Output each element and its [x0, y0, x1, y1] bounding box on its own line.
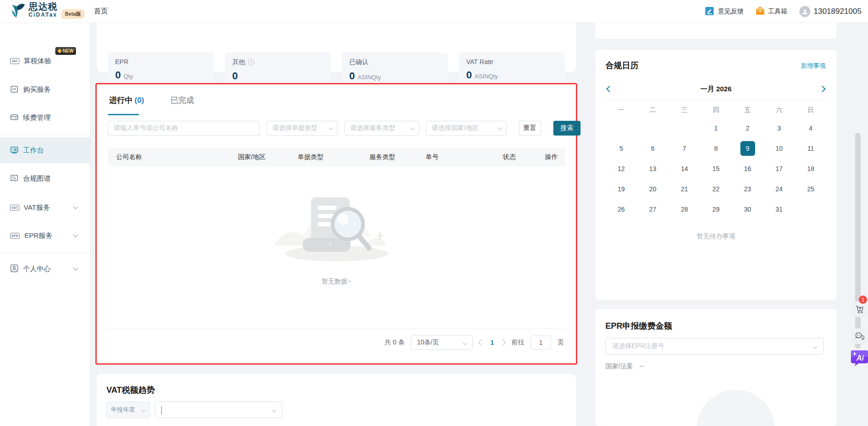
calendar-empty-cell	[637, 118, 669, 138]
page-size-select[interactable]: 10条/页	[411, 335, 473, 350]
calendar-empty-cell	[795, 199, 827, 219]
calendar-empty-cell	[669, 118, 700, 138]
logo-icon	[10, 2, 26, 22]
calendar-day[interactable]: 9	[732, 138, 763, 159]
calendar-day[interactable]: 22	[700, 179, 732, 199]
logo-cn: 思达税	[29, 2, 58, 11]
pagination: 共 0 条 10条/页 1 前往 1 页	[385, 335, 564, 350]
map-icon	[10, 174, 18, 183]
epr-registration-select[interactable]: 请选择EPR注册号	[605, 338, 824, 355]
feedback-button[interactable]: 意见反馈	[705, 6, 744, 17]
calendar-day[interactable]: 26	[605, 199, 637, 219]
calendar-day[interactable]: 11	[795, 138, 827, 159]
calendar-day[interactable]: 18	[795, 159, 827, 179]
prev-page-button[interactable]	[478, 339, 485, 346]
reset-button[interactable]: 重置	[519, 121, 541, 136]
sidebar-item-label: VAT服务	[24, 203, 50, 212]
calendar-day[interactable]: 13	[637, 159, 669, 179]
service-type-select[interactable]: 请选择服务类型	[344, 121, 419, 136]
chat-button[interactable]	[852, 328, 868, 344]
calendar-day[interactable]: 25	[795, 179, 827, 199]
calendar-day[interactable]: 17	[763, 159, 795, 179]
calendar-day[interactable]: 10	[763, 138, 795, 159]
sidebar-item-epr-services[interactable]: EPR EPR服务	[0, 226, 90, 245]
pagination-divider	[108, 329, 565, 329]
nav-home[interactable]: 首页	[94, 7, 108, 16]
col-country: 国家/地区	[230, 153, 290, 161]
calendar-day[interactable]: 3	[763, 118, 795, 138]
goto-page-input[interactable]: 1	[531, 336, 551, 349]
stat-value: 0	[115, 69, 121, 81]
search-button[interactable]: 搜索	[553, 121, 581, 136]
next-page-button[interactable]	[499, 339, 506, 346]
calendar-day[interactable]: 23	[732, 179, 763, 199]
calendar-day[interactable]: 29	[700, 199, 732, 219]
weekday-label: 三	[669, 104, 700, 116]
stat-unit: ASINQty	[358, 74, 381, 81]
app-logo[interactable]: 思达税 CiDATax Beta版	[10, 2, 85, 22]
feedback-icon	[705, 6, 715, 17]
calendar-day[interactable]: 27	[637, 199, 669, 219]
sidebar-item-compliance-map[interactable]: 合规图谱	[0, 169, 90, 188]
tab-in-progress[interactable]: 进行中(0)	[109, 95, 144, 106]
stat-unit: Qty	[123, 73, 133, 80]
calendar-weekdays: 一二三四五六日	[605, 104, 827, 116]
toolbox-button[interactable]: 工具箱	[756, 7, 787, 17]
worklist-panel: 进行中(0) 已完成 请输入单号或公司名称 请选择单据类型 请选择服务类型 请选…	[95, 83, 577, 365]
calendar-day[interactable]: 1	[700, 118, 732, 138]
toolbox-icon	[756, 7, 765, 17]
calendar-empty-text: 暂无待办事项	[595, 232, 837, 241]
calendar-day[interactable]: 14	[669, 159, 700, 179]
col-status: 状态	[494, 153, 545, 161]
calendar-day[interactable]: 6	[637, 138, 669, 159]
person-icon	[10, 264, 18, 274]
vat-tag-icon: VAT	[10, 205, 19, 211]
country-select[interactable]: 请选择国家/地区	[426, 121, 507, 136]
info-icon[interactable]: !	[248, 59, 254, 65]
calendar-day[interactable]: 21	[669, 179, 700, 199]
vat-number-select[interactable]	[155, 402, 282, 418]
calendar-day[interactable]: 16	[732, 159, 763, 179]
sidebar-item-buy-services[interactable]: 购买服务	[0, 80, 90, 99]
sidebar-item-personal-center[interactable]: 个人中心	[0, 260, 90, 278]
tab-underline	[108, 114, 139, 115]
sidebar-item-workbench[interactable]: 工作台	[0, 137, 90, 163]
sidebar-item-tax-trial[interactable]: VAT 算税体验 NEW	[0, 52, 90, 70]
diamond-icon	[58, 49, 62, 53]
report-year-select[interactable]: 申报年度	[106, 402, 150, 418]
calendar-day[interactable]: 20	[637, 179, 669, 199]
calendar-day[interactable]: 7	[669, 138, 700, 159]
calendar-empty-cell	[605, 118, 637, 138]
stat-epr: EPR 0Qty	[108, 53, 214, 87]
calendar-day[interactable]: 31	[763, 199, 795, 219]
tab-completed[interactable]: 已完成	[170, 95, 194, 106]
sidebar-item-label: 个人中心	[23, 265, 51, 273]
calendar-day[interactable]: 30	[732, 199, 763, 219]
calendar-day[interactable]: 28	[669, 199, 700, 219]
chevron-down-icon	[498, 126, 503, 130]
cart-button[interactable]	[852, 302, 868, 317]
stat-value: 0	[466, 69, 472, 81]
ai-assistant-button[interactable]: Ai	[851, 349, 868, 367]
card-icon	[10, 113, 18, 123]
doc-type-select[interactable]: 请选择单据类型	[266, 121, 338, 136]
weekday-label: 五	[732, 104, 763, 116]
calendar-day[interactable]: 19	[605, 179, 637, 199]
empty-state: 暂无数据~	[97, 183, 576, 286]
chat-icon	[855, 332, 864, 340]
sidebar-item-renewal[interactable]: 续费管理	[0, 108, 90, 127]
calendar-day[interactable]: 5	[605, 138, 637, 159]
calendar-day[interactable]: 12	[605, 159, 637, 179]
calendar-day[interactable]: 8	[700, 138, 732, 159]
calendar-day[interactable]: 2	[732, 118, 763, 138]
sidebar-item-vat-services[interactable]: VAT VAT服务	[0, 198, 90, 217]
current-page[interactable]: 1	[490, 339, 494, 346]
calendar-day[interactable]: 4	[795, 118, 827, 138]
calendar-month: 一月 2026	[605, 85, 827, 94]
calendar-day[interactable]: 24	[763, 179, 795, 199]
account-menu[interactable]: 13018921005	[799, 6, 862, 17]
order-search-input[interactable]: 请输入单号或公司名称	[108, 121, 260, 136]
sidebar-divider	[0, 253, 90, 253]
add-event-link[interactable]: 新增事项	[801, 62, 826, 70]
calendar-day[interactable]: 15	[700, 159, 732, 179]
